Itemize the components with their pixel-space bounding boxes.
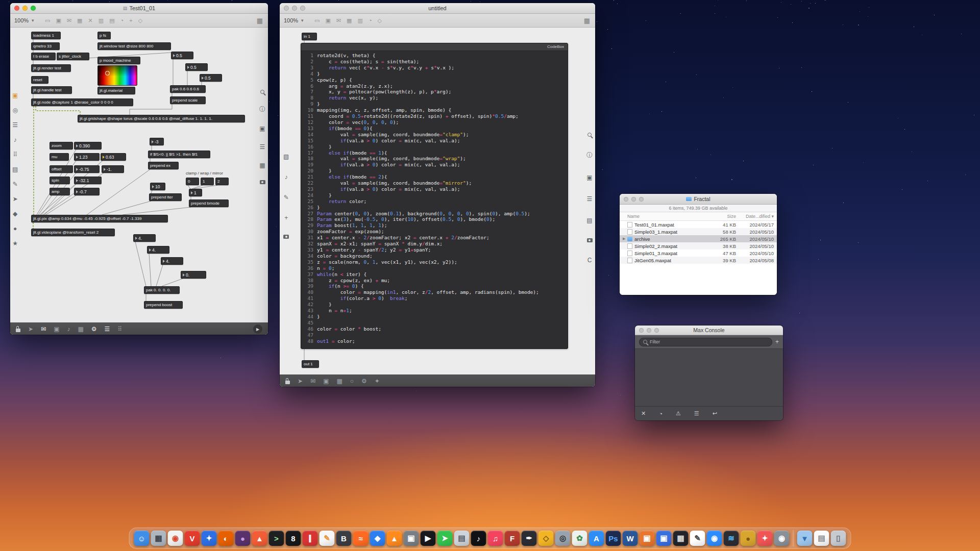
dock-tor-browser-icon[interactable]: ● (235, 531, 251, 546)
minimize-button[interactable] (631, 197, 636, 202)
code-line[interactable]: 3 return vec( c*v.x - s*v.y, c*v.y + s*v… (301, 65, 568, 71)
dock-brave-icon[interactable]: ▲ (252, 531, 267, 546)
object-palette-icon[interactable]: ▣ (12, 92, 18, 99)
max-object-box[interactable]: if $f1<0. || $f1 >1. then $f1 (148, 151, 210, 158)
dock-chrome-icon[interactable]: ◉ (168, 531, 183, 546)
number-box[interactable]: 0. (181, 271, 206, 279)
audio-icon[interactable]: ♪ (67, 325, 70, 333)
number-box[interactable]: 0.390 (74, 142, 102, 149)
star-icon[interactable]: ★ (12, 240, 18, 247)
code-line[interactable]: 15 if(val.a > 0) color = mix(c, val, val… (301, 138, 568, 144)
camera-icon[interactable] (587, 238, 593, 242)
number-box[interactable]: -3 (150, 138, 164, 145)
dock-apple-tv-icon[interactable]: ▶ (421, 531, 436, 546)
max-object-box[interactable]: jit.gl.pix @amp 0.634 @mu -0.45 -0.925 @… (31, 215, 168, 222)
codebox-object[interactable]: CodeBox 1rotate2d(v, theta) {2 c = cos(t… (301, 43, 568, 349)
dock-sketch-icon[interactable]: ◇ (538, 531, 554, 546)
max-object-box[interactable]: s jitter_clock (57, 53, 89, 60)
code-line[interactable]: 5cpow(z, p) { (301, 77, 568, 83)
number-box[interactable]: -0.75 (74, 165, 100, 173)
max-object-box[interactable]: prepend ex (148, 162, 179, 169)
max-object-box[interactable]: amp (50, 188, 70, 195)
close-button[interactable] (284, 6, 289, 11)
zoom-button[interactable] (639, 197, 644, 202)
max-object-box[interactable]: reset (31, 76, 48, 84)
panel-icon[interactable]: ▣ (586, 174, 592, 181)
code-line[interactable]: 40 color = mapping(in1, color, z/2, offs… (301, 289, 568, 295)
pen-icon[interactable]: ✎ (284, 194, 289, 201)
code-line[interactable]: 41 if(color.a > 0) break; (301, 295, 568, 302)
minimize-button[interactable] (647, 328, 651, 333)
clock-icon[interactable]: ◔ (369, 17, 372, 23)
code-line[interactable]: 12 color = vec(0, 0, 0, 0); (301, 119, 568, 126)
color-swatch[interactable] (97, 65, 137, 86)
patcher-canvas[interactable]: CodeBox 1rotate2d(v, theta) {2 c = cos(t… (280, 28, 595, 374)
dock-filezilla-icon[interactable]: F (505, 531, 520, 546)
dock-orange-app-icon[interactable]: ▣ (640, 531, 655, 546)
zoom-button[interactable] (300, 6, 305, 11)
code-line[interactable]: 21 else if(bmode == 2){ (301, 174, 568, 180)
grid-icon[interactable]: ▦ (259, 162, 265, 169)
code-line[interactable]: 29Param boost(1, 1, 1, 1); (301, 222, 568, 229)
patcher-canvas[interactable]: ▣◎☰♪⠿▤✎➤◆●★ ⓘ▣☰▦ loadmess 1qmetro 33t b … (10, 28, 268, 322)
cursor-icon[interactable]: ➤ (13, 195, 18, 203)
grid-toggle-icon[interactable]: ▦ (584, 17, 590, 24)
zoom-level-select[interactable]: 100%▼ (14, 17, 35, 23)
max-object-box[interactable]: jit.gl.node @capture 1 @erase_color 0 0 … (31, 98, 133, 106)
file-row[interactable]: ▶archive265 KB2024/05/10 (620, 235, 777, 242)
inspector-icon[interactable]: ▣ (325, 17, 330, 24)
grid-icon[interactable]: ▦ (347, 17, 352, 24)
code-line[interactable]: 7 x, y = poltocar(pow(length(z), p), p*a… (301, 89, 568, 95)
code-line[interactable]: 31x1 = center.x - 2/zoomFactor; x2 = cen… (301, 235, 568, 241)
max-object-box[interactable]: p fs (97, 32, 111, 39)
dock-keyboard-icon[interactable]: ▤ (454, 531, 470, 546)
image-icon[interactable]: ▤ (586, 217, 592, 224)
camera-icon[interactable] (260, 180, 265, 184)
info-icon[interactable]: ⓘ (586, 151, 593, 160)
dock-garden-icon[interactable]: ✿ (572, 531, 587, 546)
file-row[interactable]: JitGen05.maxpat39 KB2024/05/08 (620, 257, 777, 264)
dock-red-app-icon[interactable]: ✦ (757, 531, 773, 546)
dock-zoom-icon[interactable]: ◉ (707, 531, 722, 546)
add-icon[interactable]: + (284, 214, 288, 221)
code-line[interactable]: 47 (301, 332, 568, 338)
list-icon[interactable]: ☰ (260, 143, 265, 151)
code-line[interactable]: 1rotate2d(v, theta) { (301, 53, 568, 59)
rows-icon[interactable]: ▥ (99, 17, 104, 24)
grid-icon[interactable]: ▦ (336, 378, 342, 385)
dock-pencil-app-icon[interactable]: ✎ (690, 531, 705, 546)
list-icon[interactable]: ☰ (587, 195, 593, 203)
max-object-box[interactable]: jit.gl.handle test (31, 86, 72, 94)
globe-icon[interactable]: ● (13, 225, 17, 232)
circle-icon[interactable]: ◎ (12, 107, 17, 114)
number-box[interactable]: 0.63 (101, 153, 126, 161)
code-line[interactable]: 43 n = n+1; (301, 308, 568, 314)
max-object-box[interactable]: jit.gl.gridshape @shape torus @scale 0.6… (78, 115, 245, 122)
comment-icon[interactable]: ✉ (336, 17, 341, 24)
number-box[interactable]: 0.5 (185, 63, 208, 71)
dock-terminal-icon[interactable]: > (269, 531, 284, 546)
dock-pages-icon[interactable]: ✎ (320, 531, 335, 546)
clear-icon[interactable]: ✕ (641, 410, 646, 417)
zoom-level-select[interactable]: 100%▼ (284, 17, 304, 23)
select-tool-icon[interactable]: ➤ (28, 325, 33, 333)
comment-tool-icon[interactable]: ✉ (41, 325, 46, 333)
code-line[interactable]: 27Param center(0, 0), zoom(0.1), backgro… (301, 211, 568, 217)
code-line[interactable]: 32spanX = x2-x1; spanY = spanX * dim.y/d… (301, 241, 568, 247)
number-box[interactable]: 0.5 (200, 74, 222, 82)
max-object-box[interactable]: jit.gl.render test (31, 64, 71, 72)
camera-icon[interactable] (283, 235, 289, 239)
code-line[interactable]: 24 } (301, 192, 568, 198)
max-object-box[interactable]: 2 (215, 178, 229, 185)
max-object-box[interactable]: 0 (186, 178, 199, 185)
file-row[interactable]: Simple03_1.maxpat58 KB2024/05/10 (620, 228, 777, 235)
search-icon[interactable] (587, 133, 592, 137)
column-name[interactable]: Name (627, 214, 713, 219)
code-line[interactable]: 42 } (301, 302, 568, 308)
grid-icon[interactable]: ▦ (77, 17, 82, 24)
code-line[interactable]: 30zoomFactor = exp(zoom); (301, 229, 568, 235)
number-box[interactable]: 1.23 (74, 153, 100, 161)
code-line[interactable]: 44} (301, 314, 568, 320)
max-object-box[interactable]: spin (50, 177, 70, 184)
max-object-box[interactable]: prepend iter (149, 193, 182, 201)
